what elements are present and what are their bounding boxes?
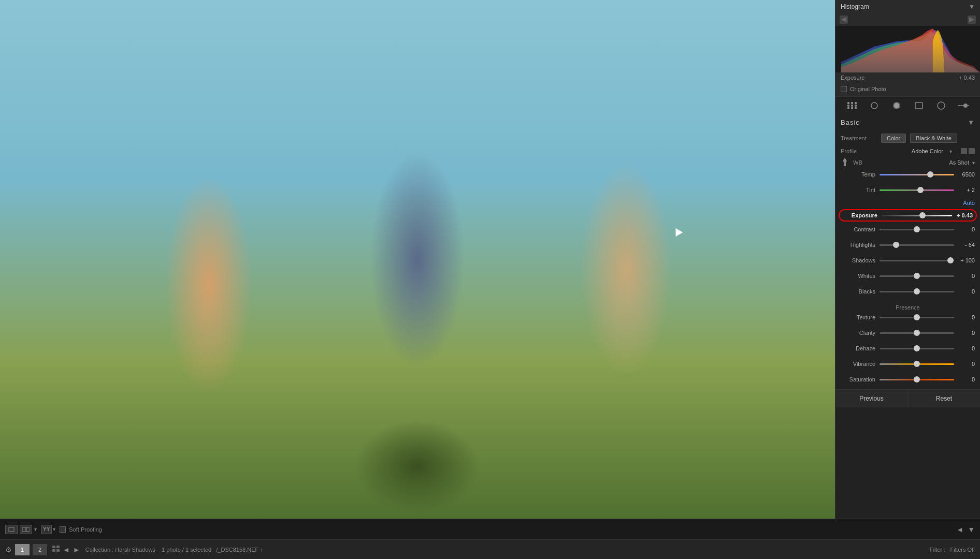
svg-rect-21 [52, 546, 55, 548]
dehaze-slider-track[interactable] [880, 345, 954, 352]
clarity-slider-thumb[interactable] [914, 330, 920, 336]
blacks-value: 0 [954, 288, 975, 295]
sortby-btns: YY ▾ [41, 525, 55, 534]
texture-slider-track[interactable] [880, 314, 954, 321]
reset-button[interactable]: Reset [908, 390, 980, 407]
tint-slider-thumb[interactable] [917, 187, 924, 193]
rect-icon[interactable] [913, 100, 925, 111]
temp-slider-track[interactable] [880, 171, 954, 178]
circle-outline-icon[interactable] [869, 100, 880, 111]
clarity-value: 0 [954, 330, 975, 336]
svg-point-11 [871, 102, 877, 109]
histogram-section: Histogram ▼ [835, 0, 980, 97]
histogram-header: Histogram ▼ [835, 0, 980, 13]
filmstrip-bar: ⚙ 1 2 ◄ ► Collection : Harsh Shadows 1 p… [0, 539, 980, 559]
exposure-label-row: Exposure + 0.43 [835, 72, 980, 84]
tint-slider-track[interactable] [880, 186, 954, 194]
prev-reset-row: Previous Reset [835, 389, 980, 407]
highlights-slider-track[interactable] [880, 241, 954, 248]
original-photo-checkbox[interactable] [841, 86, 847, 92]
bw-treatment-btn[interactable]: Black & White [910, 134, 957, 143]
toolbar-arrow-left[interactable]: ◄ [956, 525, 963, 534]
toolbar-arrow-right[interactable]: ▼ [968, 525, 975, 534]
toolbar-icons: ▾ YY ▾ [5, 525, 55, 534]
view-compare-icon[interactable] [20, 525, 32, 534]
saturation-slider-track[interactable] [880, 376, 954, 383]
soft-proofing-checkbox[interactable] [60, 526, 66, 533]
shadows-slider-track[interactable] [880, 257, 954, 264]
filmstrip-num-1[interactable]: 1 [15, 544, 30, 555]
vibrance-slider-thumb[interactable] [914, 361, 920, 367]
nav-prev-arrow[interactable]: ◄ [63, 546, 70, 554]
nav-next-arrow[interactable]: ► [73, 546, 80, 554]
histogram-icons-row [835, 13, 980, 26]
svg-rect-23 [52, 549, 55, 552]
filmstrip-num-2[interactable]: 2 [33, 544, 47, 555]
whites-slider-track[interactable] [880, 272, 954, 280]
profile-dropdown-icon[interactable]: ▾ [949, 149, 952, 154]
exposure-slider-track[interactable] [882, 212, 952, 219]
svg-marker-1 [969, 17, 974, 22]
whites-slider-thumb[interactable] [914, 273, 920, 279]
shadows-slider-thumb[interactable] [947, 257, 954, 263]
nav-tools-icon[interactable]: ⚙ [5, 546, 12, 554]
profile-list-icon[interactable] [969, 148, 975, 154]
vibrance-slider-row: Vibrance 0 [835, 358, 980, 370]
shadows-value: + 100 [954, 257, 975, 263]
histogram-canvas [835, 26, 980, 72]
previous-button[interactable]: Previous [835, 390, 908, 407]
highlights-slider-thumb[interactable] [893, 242, 899, 248]
wb-dropdown-icon[interactable]: ▾ [972, 160, 975, 166]
basic-panel-collapse-icon[interactable]: ▼ [968, 119, 975, 126]
histogram-clip-left[interactable] [840, 16, 848, 24]
histogram-clip-right[interactable] [968, 16, 976, 24]
temp-slider-row: Temp 6500 [835, 169, 980, 180]
collection-info: Collection : Harsh Shadows 1 photo / 1 s… [85, 547, 263, 553]
temp-slider-thumb[interactable] [927, 171, 933, 178]
nav-grid-icon[interactable] [52, 546, 60, 553]
circle-large-icon[interactable] [935, 100, 947, 111]
contrast-slider-thumb[interactable] [914, 226, 920, 232]
color-treatment-btn[interactable]: Color [881, 134, 906, 143]
view-mode-dropdown[interactable]: ▾ [34, 526, 37, 532]
circle-filled-icon[interactable] [891, 100, 902, 111]
wb-eyedropper-icon[interactable] [841, 158, 849, 167]
shadows-slider-row: Shadows + 100 [835, 255, 980, 266]
svg-rect-19 [22, 527, 25, 532]
original-photo-row: Original Photo [835, 84, 980, 96]
exposure-section: Exposure + 0.43 [835, 208, 980, 223]
tint-slider-row: Tint + 2 [835, 184, 980, 196]
svg-marker-0 [841, 17, 846, 22]
sortby-yy[interactable]: YY [41, 525, 52, 534]
profile-grid-icon[interactable] [961, 148, 967, 154]
svg-rect-7 [855, 105, 857, 107]
vibrance-slider-track[interactable] [880, 360, 954, 367]
filter-label: Filter : [930, 547, 946, 553]
sortby-dropdown[interactable]: ▾ [53, 526, 55, 532]
blacks-slider-track[interactable] [880, 288, 954, 295]
tint-value: + 2 [954, 187, 975, 193]
texture-label: Texture [841, 314, 880, 320]
exposure-slider-thumb[interactable] [919, 212, 926, 218]
blacks-slider-thumb[interactable] [914, 288, 920, 295]
auto-btn[interactable]: Auto [835, 200, 980, 207]
contrast-label: Contrast [841, 226, 880, 232]
svg-rect-9 [851, 107, 853, 109]
saturation-slider-thumb[interactable] [914, 376, 920, 383]
filter-info: Filter : Filters Off [930, 547, 975, 553]
view-single-icon[interactable] [5, 525, 18, 534]
vibrance-value: 0 [954, 361, 975, 367]
slider-circle-icon[interactable] [958, 100, 969, 111]
dehaze-slider-row: Dehaze 0 [835, 343, 980, 354]
presence-section-title: Presence [835, 301, 980, 312]
contrast-slider-track[interactable] [880, 226, 954, 233]
svg-rect-10 [855, 107, 857, 109]
whites-label: Whites [841, 273, 880, 279]
texture-slider-thumb[interactable] [914, 314, 920, 320]
texture-value: 0 [954, 314, 975, 320]
profile-label: Profile [841, 148, 877, 154]
dehaze-slider-thumb[interactable] [914, 345, 920, 351]
clarity-slider-track[interactable] [880, 329, 954, 336]
grid-icon[interactable] [846, 100, 858, 111]
profile-value: Adobe Color [881, 148, 943, 154]
